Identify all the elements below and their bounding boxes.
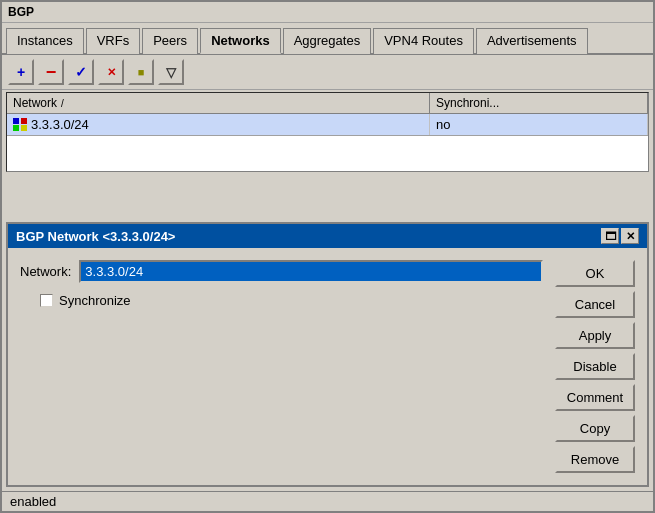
network-icon <box>13 118 27 132</box>
status-text: enabled <box>10 494 56 509</box>
synchronize-label: Synchronize <box>59 293 131 308</box>
bgp-network-dialog: BGP Network <3.3.3.0/24> 🗖 ✕ Network: Sy… <box>6 222 649 487</box>
tab-peers[interactable]: Peers <box>142 28 198 54</box>
status-bar: enabled <box>2 491 653 511</box>
table-row[interactable]: 3.3.3.0/24 no <box>7 114 648 136</box>
close-button[interactable]: ✕ <box>621 228 639 244</box>
copy-button[interactable]: Copy <box>555 415 635 442</box>
window-title: BGP <box>8 5 34 19</box>
tab-aggregates[interactable]: Aggregates <box>283 28 372 54</box>
apply-button[interactable]: Apply <box>555 322 635 349</box>
dialog-title-bar: BGP Network <3.3.3.0/24> 🗖 ✕ <box>8 224 647 248</box>
add-button[interactable]: + <box>8 59 34 85</box>
ok-button[interactable]: OK <box>555 260 635 287</box>
tab-vrfs[interactable]: VRFs <box>86 28 141 54</box>
disable-button[interactable]: Disable <box>555 353 635 380</box>
dialog-title-controls: 🗖 ✕ <box>601 228 639 244</box>
dialog-title: BGP Network <3.3.3.0/24> <box>16 229 175 244</box>
main-window: BGP Instances VRFs Peers Networks Aggreg… <box>0 0 655 513</box>
cancel-button[interactable]: Cancel <box>555 291 635 318</box>
column-network: Network / <box>7 93 430 113</box>
title-bar: BGP <box>2 2 653 23</box>
cell-network: 3.3.3.0/24 <box>7 114 430 135</box>
table-header: Network / Synchroni... <box>7 93 648 114</box>
tab-instances[interactable]: Instances <box>6 28 84 54</box>
square-button[interactable]: ■ <box>128 59 154 85</box>
networks-table: Network / Synchroni... 3.3.3.0/24 no <box>6 92 649 172</box>
synchronize-checkbox[interactable] <box>40 294 53 307</box>
remove-button[interactable]: − <box>38 59 64 85</box>
network-row: Network: <box>20 260 543 283</box>
comment-button[interactable]: Comment <box>555 384 635 411</box>
spacer <box>2 174 653 218</box>
cross-button[interactable]: ✕ <box>98 59 124 85</box>
cell-synchronize: no <box>430 114 648 135</box>
tab-advertisements[interactable]: Advertisements <box>476 28 588 54</box>
sort-icon: / <box>61 98 64 109</box>
dialog-form: Network: Synchronize <box>20 260 543 473</box>
restore-button[interactable]: 🗖 <box>601 228 619 244</box>
dialog-body: Network: Synchronize OK Cancel Apply Dis… <box>8 248 647 485</box>
column-synchronize: Synchroni... <box>430 93 648 113</box>
tab-bar: Instances VRFs Peers Networks Aggregates… <box>2 23 653 55</box>
dialog-buttons: OK Cancel Apply Disable Comment Copy Rem… <box>555 260 635 473</box>
tab-networks[interactable]: Networks <box>200 28 281 54</box>
check-button[interactable]: ✓ <box>68 59 94 85</box>
network-input[interactable] <box>79 260 543 283</box>
synchronize-row: Synchronize <box>20 293 543 308</box>
toolbar: + − ✓ ✕ ■ ▽ <box>2 55 653 90</box>
filter-button[interactable]: ▽ <box>158 59 184 85</box>
remove-button[interactable]: Remove <box>555 446 635 473</box>
tab-vpn4routes[interactable]: VPN4 Routes <box>373 28 474 54</box>
network-label: Network: <box>20 264 71 279</box>
